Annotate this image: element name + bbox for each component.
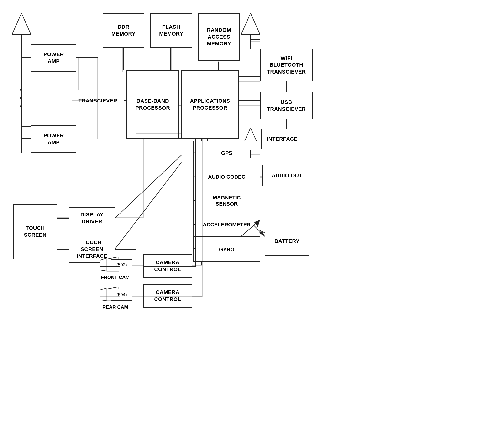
flash-memory-label: FLASHMEMORY [159, 24, 183, 37]
display-driver-label: DISPLAYDRIVER [80, 211, 104, 225]
magnetic-sensor-label: MAGNETICSENSOR [213, 195, 240, 207]
power-amp-2-box: POWERAMP [31, 125, 76, 153]
battery-box: BATTERY [265, 227, 309, 255]
flash-memory-box: FLASHMEMORY [150, 13, 192, 48]
display-driver-box: DISPLAYDRIVER [69, 207, 115, 229]
svg-marker-50 [100, 258, 107, 271]
svg-marker-52 [100, 288, 107, 301]
power-amp-2-label: POWERAMP [43, 132, 64, 146]
ram-label: RANDOMACCESSMEMORY [207, 27, 231, 47]
battery-label: BATTERY [274, 238, 299, 245]
rear-cam-text: REAR CAM [100, 305, 131, 310]
interface-box: INTERFACE [261, 129, 303, 149]
dot-2 [20, 97, 23, 99]
svg-line-35 [114, 155, 181, 219]
front-cam-num-box: (502) [111, 259, 132, 271]
wifi-bt-box: WIFIBLUETOOTHTRANSCIEVER [260, 49, 313, 81]
wifi-bt-label: WIFIBLUETOOTHTRANSCIEVER [267, 55, 306, 75]
dot-3 [20, 105, 23, 107]
gyro-row: GYRO [194, 237, 260, 262]
svg-line-36 [114, 162, 181, 250]
rear-cam-num-label: (504) [116, 292, 127, 298]
svg-marker-43 [241, 13, 260, 35]
transciever-label: TRANSCIEVER [78, 98, 117, 104]
rear-cam-num-box: (504) [111, 289, 132, 301]
usb-transciever-label: USBTRANSCIEVER [267, 99, 306, 113]
battery-arrow-icon [236, 215, 265, 239]
antenna-top-left-icon [12, 13, 31, 36]
touch-screen-box: TOUCHSCREEN [13, 204, 57, 259]
camera-control-rear-box: CAMERACONTROL [143, 284, 192, 308]
audio-codec-label: AUDIO CODEC [208, 174, 245, 180]
audio-out-label: AUDIO OUT [272, 172, 302, 179]
sensor-group-box: GPS AUDIO CODEC MAGNETICSENSOR ACCELEROM… [193, 141, 260, 262]
baseband-processor-box: BASE-BANDPROCESSOR [127, 70, 179, 139]
applications-processor-label: APPLICATIONSPROCESSOR [190, 98, 230, 111]
power-amp-1-label: POWERAMP [43, 51, 64, 65]
gps-row: GPS [194, 141, 260, 165]
interface-label: INTERFACE [267, 136, 298, 143]
gyro-label: GYRO [219, 247, 235, 253]
camera-control-front-box: CAMERACONTROL [143, 254, 192, 278]
ddr-memory-box: DDRMEMORY [103, 13, 144, 48]
diagram: POWERAMP POWERAMP TRANSCIEVER BASE-BANDP… [0, 0, 504, 428]
baseband-processor-label: BASE-BANDPROCESSOR [135, 98, 170, 111]
svg-marker-48 [254, 220, 260, 227]
gps-label: GPS [221, 150, 232, 156]
magnetic-sensor-row: MAGNETICSENSOR [194, 189, 260, 213]
front-cam-num-label: (502) [116, 262, 127, 268]
camera-control-rear-label: CAMERACONTROL [154, 289, 181, 303]
touch-screen-label: TOUCHSCREEN [24, 225, 47, 238]
audio-codec-row: AUDIO CODEC [194, 165, 260, 189]
svg-marker-41 [12, 13, 31, 35]
ram-box: RANDOMACCESSMEMORY [198, 13, 240, 61]
dot-1 [20, 88, 23, 91]
front-cam-text: FRONT CAM [100, 275, 131, 280]
transciever-box: TRANSCIEVER [72, 90, 124, 112]
audio-out-box: AUDIO OUT [263, 165, 312, 186]
ddr-memory-label: DDRMEMORY [112, 24, 136, 37]
power-amp-1-box: POWERAMP [31, 44, 76, 72]
antenna-wifi-icon [241, 13, 260, 36]
camera-control-front-label: CAMERACONTROL [154, 259, 181, 273]
applications-processor-box: APPLICATIONSPROCESSOR [181, 70, 239, 139]
usb-transciever-box: USBTRANSCIEVER [260, 92, 313, 119]
